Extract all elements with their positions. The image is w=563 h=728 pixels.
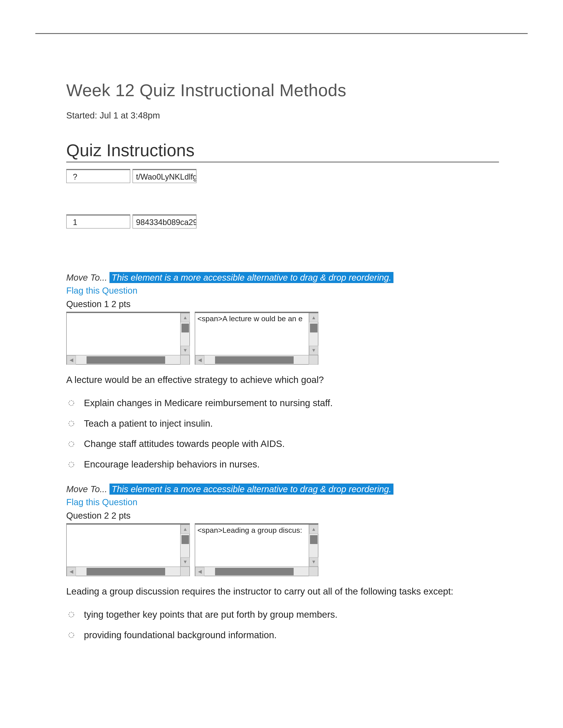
svg-point-2 [69, 441, 74, 447]
scroll-left-icon[interactable]: ◀ [195, 567, 204, 576]
option-label: Explain changes in Medicare reimbursemen… [84, 397, 333, 410]
question-2-editor-left[interactable]: ▲ ▼ ◀ ▶ [66, 523, 190, 576]
question-2-editor-right[interactable]: <span>Leading a group discus: ▲ ▼ ◀ ▶ [195, 523, 319, 576]
flag-question-link[interactable]: Flag this Question [66, 497, 137, 507]
question-1-option[interactable]: Explain changes in Medicare reimbursemen… [66, 397, 499, 410]
scroll-left-icon[interactable]: ◀ [195, 355, 204, 365]
page-title: Week 12 Quiz Instructional Methods [66, 80, 499, 100]
svg-point-1 [69, 421, 74, 426]
vertical-scrollbar[interactable]: ▲ ▼ [309, 313, 318, 355]
scroll-thumb[interactable] [181, 324, 189, 332]
vertical-scrollbar[interactable]: ▲ ▼ [309, 525, 318, 567]
vertical-scrollbar[interactable]: ▲ ▼ [180, 525, 189, 567]
radio-icon[interactable] [68, 461, 75, 468]
horizontal-scrollbar[interactable]: ◀ ▶ [67, 355, 189, 364]
editor-content: <span>A lecture w ould be an e [197, 314, 307, 323]
question-1-editor-left[interactable]: ▲ ▼ ◀ ▶ [66, 312, 190, 365]
horizontal-scrollbar[interactable]: ◀ ▶ [195, 355, 318, 364]
question-2-header: Question 2 2 pts [66, 511, 499, 521]
scroll-thumb[interactable] [215, 356, 294, 364]
scroll-thumb[interactable] [86, 568, 165, 575]
question-2-option[interactable]: providing foundational background inform… [66, 629, 499, 642]
svg-point-5 [69, 633, 74, 638]
scroll-thumb[interactable] [310, 324, 318, 332]
radio-icon[interactable] [68, 399, 75, 407]
question-1-options: Explain changes in Medicare reimbursemen… [66, 397, 499, 471]
question-2-prompt: Leading a group discussion requires the … [66, 585, 499, 598]
svg-point-3 [69, 462, 74, 467]
vertical-scrollbar[interactable]: ▲ ▼ [180, 313, 189, 355]
radio-icon[interactable] [68, 631, 75, 639]
radio-icon[interactable] [68, 420, 75, 427]
option-label: Teach a patient to inject insulin. [84, 417, 213, 430]
scroll-left-icon[interactable]: ◀ [67, 567, 76, 576]
option-label: tying together key points that are put f… [84, 608, 338, 621]
question-2-options: tying together key points that are put f… [66, 608, 499, 642]
option-label: Encourage leadership behaviors in nurses… [84, 458, 259, 471]
instructions-heading: Quiz Instructions [66, 140, 499, 162]
svg-point-0 [69, 401, 74, 406]
question-1-option[interactable]: Teach a patient to inject insulin. [66, 417, 499, 430]
scroll-thumb[interactable] [310, 535, 318, 544]
scroll-left-icon[interactable]: ◀ [67, 355, 76, 365]
resize-corner[interactable] [309, 355, 318, 364]
option-label: Change staff attitudes towards people wi… [84, 437, 285, 450]
move-to-accessible-hint[interactable]: This element is a more accessible altern… [109, 484, 393, 495]
question-1-option[interactable]: Encourage leadership behaviors in nurses… [66, 458, 499, 471]
scroll-down-icon[interactable]: ▼ [180, 346, 190, 355]
scroll-down-icon[interactable]: ▼ [309, 557, 319, 567]
scroll-down-icon[interactable]: ▼ [309, 346, 319, 355]
scroll-thumb[interactable] [215, 568, 294, 575]
move-to-label: Move To... [66, 484, 109, 494]
horizontal-scrollbar[interactable]: ◀ ▶ [195, 567, 318, 576]
meta-input-b-right[interactable]: 984334b089ca29 [132, 214, 196, 229]
flag-question-link[interactable]: Flag this Question [66, 286, 137, 296]
horizontal-scrollbar[interactable]: ◀ ▶ [67, 567, 189, 576]
meta-input-a-left[interactable]: ? [66, 169, 130, 183]
scroll-up-icon[interactable]: ▲ [309, 525, 319, 534]
question-1-prompt: A lecture would be an effective strategy… [66, 373, 499, 387]
meta-input-a-right[interactable]: t/Wao0LyNKLdlfg [132, 169, 196, 183]
question-1-option[interactable]: Change staff attitudes towards people wi… [66, 437, 499, 450]
scroll-thumb[interactable] [86, 356, 165, 364]
question-1-header: Question 1 2 pts [66, 299, 499, 309]
resize-corner[interactable] [180, 567, 189, 576]
radio-icon[interactable] [68, 611, 75, 618]
scroll-thumb[interactable] [181, 535, 189, 544]
move-to-label: Move To... [66, 273, 109, 282]
question-2-option[interactable]: tying together key points that are put f… [66, 608, 499, 621]
svg-point-4 [69, 612, 74, 617]
scroll-up-icon[interactable]: ▲ [180, 525, 190, 534]
started-timestamp: Started: Jul 1 at 3:48pm [66, 111, 499, 120]
editor-content: <span>Leading a group discus: [197, 526, 307, 535]
move-to-accessible-hint[interactable]: This element is a more accessible altern… [109, 272, 393, 283]
scroll-up-icon[interactable]: ▲ [309, 313, 319, 322]
scroll-down-icon[interactable]: ▼ [180, 557, 190, 567]
radio-icon[interactable] [68, 440, 75, 448]
option-label: providing foundational background inform… [84, 629, 276, 642]
resize-corner[interactable] [180, 355, 189, 364]
resize-corner[interactable] [309, 567, 318, 576]
meta-input-b-left[interactable]: 1 [66, 214, 130, 229]
question-1-editor-right[interactable]: <span>A lecture w ould be an e ▲ ▼ ◀ ▶ [195, 312, 319, 365]
scroll-up-icon[interactable]: ▲ [180, 313, 190, 322]
